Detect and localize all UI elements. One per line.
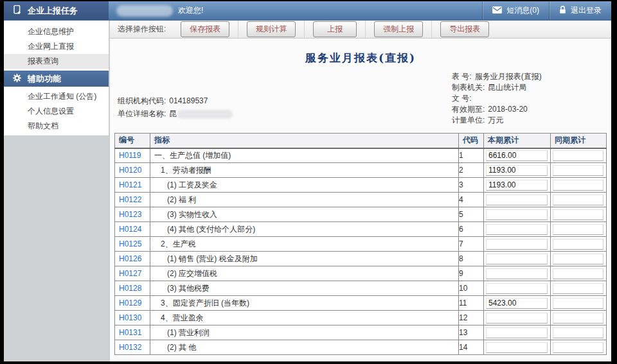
toolbar: 选择操作按钮: 保存报表 规则计算 上报 强制上报 导出报表	[110, 21, 611, 39]
same-period-input[interactable]	[553, 298, 604, 309]
sidebar-item-work-notice[interactable]: 企业工作通知 (公告)	[4, 89, 109, 104]
current-period-input[interactable]	[486, 224, 548, 235]
sidebar-group-header-aux-functions[interactable]: 辅助功能	[4, 71, 109, 87]
topbar: 企业上报任务 欢迎您! 短消息(0) 退出登录	[4, 1, 611, 21]
current-period-input[interactable]	[486, 254, 548, 264]
current-period-input[interactable]	[486, 239, 548, 250]
current-period-input[interactable]	[486, 165, 548, 176]
sidebar-group-header-report-tasks[interactable]: 企业上报任务	[4, 1, 109, 20]
row-code: 4	[459, 193, 484, 207]
row-id-link[interactable]: H0123	[115, 210, 141, 219]
row-code: 14	[459, 340, 484, 355]
same-period-input[interactable]	[553, 239, 604, 250]
same-period-input[interactable]	[553, 195, 604, 205]
page-title: 服务业月报表(直报)	[110, 51, 611, 65]
row-id-link[interactable]: H0122	[115, 195, 141, 204]
table-row: H0119 一、生产总值 (增加值) 1	[115, 148, 607, 163]
sidebar-item-report-query[interactable]: 报表查询	[4, 54, 109, 69]
row-id-link[interactable]: H0128	[115, 284, 141, 293]
current-period-input[interactable]	[486, 283, 548, 294]
submit-button[interactable]: 上报	[313, 21, 357, 37]
row-code: 8	[459, 252, 484, 266]
table-row: H0130 4、营业盈余 12	[115, 311, 607, 325]
current-period-input[interactable]	[486, 209, 548, 220]
app-window: 企业上报任务 欢迎您! 短消息(0) 退出登录 企业信息维护 企业网上直报 报	[4, 1, 611, 361]
row-code: 7	[459, 237, 484, 252]
row-id-link[interactable]: H0132	[115, 343, 141, 352]
report-content: 服务业月报表(直报) 表 号:服务业月报表(直报) 制表机关:昆山统计局 文 号…	[110, 39, 611, 361]
same-period-input[interactable]	[553, 268, 604, 279]
meta-form-number: 表 号:服务业月报表(直报)	[452, 71, 542, 82]
row-code: 3	[459, 178, 484, 193]
sidebar-filler	[4, 135, 109, 361]
col-header-indicator: 指标	[150, 134, 459, 148]
meta-org-code: 组织机构代码:014189537	[118, 94, 233, 107]
logout-button[interactable]: 退出登录	[549, 1, 611, 20]
row-id-link[interactable]: H0129	[115, 299, 141, 308]
same-period-input[interactable]	[553, 327, 604, 338]
row-code: 1	[459, 148, 484, 163]
export-report-button[interactable]: 导出报表	[440, 21, 489, 37]
row-code: 11	[459, 296, 484, 311]
current-period-input[interactable]	[486, 180, 548, 191]
col-header-current-period: 本期累计	[484, 134, 551, 148]
row-id-link[interactable]: H0121	[115, 180, 141, 189]
row-indicator: (3) 其他税费	[150, 281, 459, 296]
row-indicator: 1、劳动者报酬	[150, 163, 459, 178]
same-period-input[interactable]	[553, 209, 604, 220]
username-redacted	[116, 5, 173, 17]
messages-button[interactable]: 短消息(0)	[482, 1, 549, 20]
current-period-input[interactable]	[486, 327, 548, 338]
same-period-input[interactable]	[553, 313, 604, 324]
col-header-id: 编号	[115, 134, 150, 148]
current-period-input[interactable]	[486, 195, 548, 205]
row-indicator: 4、营业盈余	[150, 311, 459, 325]
row-id-link[interactable]: H0130	[115, 313, 141, 322]
row-id-link[interactable]: H0131	[115, 328, 141, 337]
row-indicator: (1) 销售 (营业) 税金及附加	[150, 252, 459, 266]
document-plus-icon	[12, 4, 22, 17]
row-id-link[interactable]: H0120	[115, 166, 141, 175]
table-header-row: 编号 指标 代码 本期累计 同期累计	[115, 134, 607, 148]
sidebar-item-enterprise-info[interactable]: 企业信息维护	[4, 24, 109, 39]
force-submit-button[interactable]: 强制上报	[374, 21, 423, 37]
row-code: 6	[459, 222, 484, 237]
same-period-input[interactable]	[553, 342, 604, 353]
same-period-input[interactable]	[553, 165, 604, 176]
same-period-input[interactable]	[553, 224, 604, 235]
table-row: H0129 3、固定资产折旧 (当年数) 11	[115, 296, 607, 311]
same-period-input[interactable]	[553, 254, 604, 264]
row-id-link[interactable]: H0119	[115, 151, 141, 160]
col-header-same-period: 同期累计	[551, 134, 607, 148]
sidebar-item-online-report[interactable]: 企业网上直报	[4, 39, 109, 54]
table-row: H0132 (2) 其 他 14	[115, 340, 607, 355]
sidebar-item-personal-settings[interactable]: 个人信息设置	[4, 104, 109, 119]
same-period-input[interactable]	[553, 150, 604, 161]
rule-calc-button[interactable]: 规则计算	[247, 21, 296, 37]
row-id-link[interactable]: H0127	[115, 269, 141, 278]
current-period-input[interactable]	[486, 342, 548, 353]
meta-unit-of-measure: 计量单位:万元	[452, 115, 542, 126]
table-row: H0123 (3) 实物性收入 5	[115, 207, 607, 222]
row-id-link[interactable]: H0124	[115, 225, 141, 234]
row-indicator: (2) 福 利	[150, 193, 459, 207]
save-report-button[interactable]: 保存报表	[181, 21, 229, 37]
row-id-link[interactable]: H0125	[115, 239, 141, 248]
same-period-input[interactable]	[553, 180, 604, 191]
same-period-input[interactable]	[553, 283, 604, 294]
row-indicator: 一、生产总值 (增加值)	[150, 148, 459, 163]
table-row: H0120 1、劳动者报酬 2	[115, 163, 607, 178]
sidebar-item-help-docs[interactable]: 帮助文档	[4, 119, 109, 134]
current-period-input[interactable]	[486, 268, 548, 279]
row-id-link[interactable]: H0126	[115, 254, 141, 263]
row-indicator: (3) 实物性收入	[150, 207, 459, 222]
col-header-code: 代码	[459, 134, 484, 148]
meta-doc-number: 文 号:	[452, 93, 542, 104]
current-period-input[interactable]	[486, 298, 548, 309]
table-row: H0125 2、生产税 7	[115, 237, 607, 252]
envelope-icon	[492, 6, 502, 15]
current-period-input[interactable]	[486, 313, 548, 324]
row-indicator: (2) 应交增值税	[150, 266, 459, 281]
current-period-input[interactable]	[486, 150, 548, 161]
row-code: 13	[459, 325, 484, 340]
